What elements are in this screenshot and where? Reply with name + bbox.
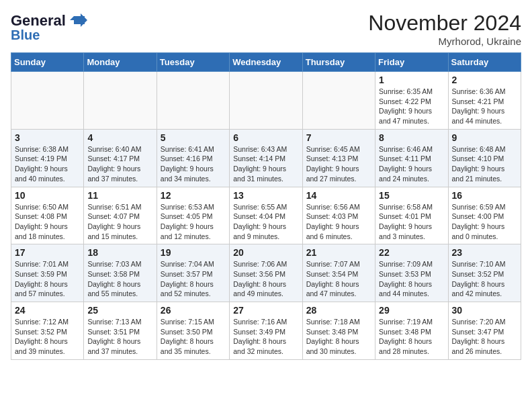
logo: General Blue [11, 11, 87, 42]
title-block: November 2024 Myrhorod, Ukraine [368, 11, 521, 47]
calendar-cell: 23Sunrise: 7:10 AMSunset: 3:52 PMDayligh… [448, 244, 521, 302]
day-info: Sunrise: 6:36 AMSunset: 4:21 PMDaylight:… [452, 87, 517, 126]
month-title: November 2024 [368, 11, 521, 36]
day-info: Sunrise: 6:58 AMSunset: 4:01 PMDaylight:… [379, 202, 444, 242]
day-number: 5 [161, 132, 226, 143]
day-info: Sunrise: 6:35 AMSunset: 4:22 PMDaylight:… [379, 87, 444, 126]
day-number: 12 [161, 190, 226, 201]
day-number: 13 [233, 190, 298, 201]
day-info: Sunrise: 7:07 AMSunset: 3:54 PMDaylight:… [306, 259, 371, 299]
calendar-cell: 14Sunrise: 6:56 AMSunset: 4:03 PMDayligh… [302, 187, 375, 244]
location: Myrhorod, Ukraine [368, 36, 521, 47]
calendar-cell: 7Sunrise: 6:45 AMSunset: 4:13 PMDaylight… [302, 129, 375, 187]
column-header-tuesday: Tuesday [157, 53, 229, 72]
day-number: 15 [379, 190, 444, 201]
day-number: 2 [452, 75, 517, 85]
day-info: Sunrise: 6:38 AMSunset: 4:19 PMDaylight:… [15, 144, 80, 184]
calendar-cell: 9Sunrise: 6:48 AMSunset: 4:10 PMDaylight… [448, 129, 521, 187]
day-number: 30 [452, 305, 517, 316]
day-info: Sunrise: 7:13 AMSunset: 3:51 PMDaylight:… [87, 317, 152, 357]
day-info: Sunrise: 7:10 AMSunset: 3:52 PMDaylight:… [452, 259, 517, 299]
calendar-cell: 27Sunrise: 7:16 AMSunset: 3:49 PMDayligh… [230, 302, 302, 360]
column-header-sunday: Sunday [11, 53, 84, 72]
page-header: General Blue November 2024 Myrhorod, Ukr… [11, 11, 521, 47]
day-info: Sunrise: 6:48 AMSunset: 4:10 PMDaylight:… [452, 144, 517, 184]
calendar-cell: 13Sunrise: 6:55 AMSunset: 4:04 PMDayligh… [230, 187, 302, 244]
day-number: 24 [15, 305, 80, 316]
calendar-header-row: SundayMondayTuesdayWednesdayThursdayFrid… [11, 53, 521, 72]
day-number: 27 [233, 305, 298, 316]
calendar-week-row: 24Sunrise: 7:12 AMSunset: 3:52 PMDayligh… [11, 302, 521, 360]
day-info: Sunrise: 7:01 AMSunset: 3:59 PMDaylight:… [15, 259, 80, 299]
calendar-cell [230, 72, 302, 130]
column-header-saturday: Saturday [448, 53, 521, 72]
calendar-cell: 10Sunrise: 6:50 AMSunset: 4:08 PMDayligh… [11, 187, 84, 244]
day-info: Sunrise: 7:15 AMSunset: 3:50 PMDaylight:… [161, 317, 226, 357]
day-info: Sunrise: 7:20 AMSunset: 3:47 PMDaylight:… [452, 317, 517, 357]
calendar-week-row: 3Sunrise: 6:38 AMSunset: 4:19 PMDaylight… [11, 129, 521, 187]
day-number: 6 [233, 132, 298, 143]
calendar-cell: 3Sunrise: 6:38 AMSunset: 4:19 PMDaylight… [11, 129, 84, 187]
day-number: 28 [306, 305, 371, 316]
day-info: Sunrise: 6:46 AMSunset: 4:11 PMDaylight:… [379, 144, 444, 184]
calendar-cell [302, 72, 375, 130]
day-number: 29 [379, 305, 444, 316]
calendar-cell: 26Sunrise: 7:15 AMSunset: 3:50 PMDayligh… [157, 302, 229, 360]
day-info: Sunrise: 6:50 AMSunset: 4:08 PMDaylight:… [15, 202, 80, 242]
day-number: 9 [452, 132, 517, 143]
day-number: 23 [452, 247, 517, 258]
logo-blue-text: Blue [11, 28, 40, 42]
day-number: 3 [15, 132, 80, 143]
calendar-cell: 4Sunrise: 6:40 AMSunset: 4:17 PMDaylight… [84, 129, 157, 187]
day-number: 1 [379, 75, 444, 85]
day-info: Sunrise: 6:45 AMSunset: 4:13 PMDaylight:… [306, 144, 371, 184]
day-info: Sunrise: 7:12 AMSunset: 3:52 PMDaylight:… [15, 317, 80, 357]
day-info: Sunrise: 7:16 AMSunset: 3:49 PMDaylight:… [233, 317, 298, 357]
day-info: Sunrise: 7:18 AMSunset: 3:48 PMDaylight:… [306, 317, 371, 357]
day-number: 19 [161, 247, 226, 258]
calendar-cell: 16Sunrise: 6:59 AMSunset: 4:00 PMDayligh… [448, 187, 521, 244]
day-info: Sunrise: 7:19 AMSunset: 3:48 PMDaylight:… [379, 317, 444, 357]
calendar-cell: 18Sunrise: 7:03 AMSunset: 3:58 PMDayligh… [84, 244, 157, 302]
day-info: Sunrise: 6:41 AMSunset: 4:16 PMDaylight:… [161, 144, 226, 184]
calendar-cell [84, 72, 157, 130]
day-info: Sunrise: 6:43 AMSunset: 4:14 PMDaylight:… [233, 144, 298, 184]
day-number: 26 [161, 305, 226, 316]
logo-icon [67, 11, 87, 31]
day-number: 16 [452, 190, 517, 201]
day-info: Sunrise: 6:55 AMSunset: 4:04 PMDaylight:… [233, 202, 298, 242]
calendar-cell: 17Sunrise: 7:01 AMSunset: 3:59 PMDayligh… [11, 244, 84, 302]
calendar-cell: 22Sunrise: 7:09 AMSunset: 3:53 PMDayligh… [375, 244, 448, 302]
calendar-cell: 6Sunrise: 6:43 AMSunset: 4:14 PMDaylight… [230, 129, 302, 187]
calendar-week-row: 10Sunrise: 6:50 AMSunset: 4:08 PMDayligh… [11, 187, 521, 244]
calendar-cell: 29Sunrise: 7:19 AMSunset: 3:48 PMDayligh… [375, 302, 448, 360]
calendar-cell: 1Sunrise: 6:35 AMSunset: 4:22 PMDaylight… [375, 72, 448, 130]
day-info: Sunrise: 7:03 AMSunset: 3:58 PMDaylight:… [87, 259, 152, 299]
calendar-cell: 21Sunrise: 7:07 AMSunset: 3:54 PMDayligh… [302, 244, 375, 302]
day-number: 7 [306, 132, 371, 143]
day-number: 11 [87, 190, 152, 201]
day-number: 8 [379, 132, 444, 143]
calendar-cell [11, 72, 84, 130]
day-info: Sunrise: 7:09 AMSunset: 3:53 PMDaylight:… [379, 259, 444, 299]
calendar-cell: 5Sunrise: 6:41 AMSunset: 4:16 PMDaylight… [157, 129, 229, 187]
day-info: Sunrise: 6:53 AMSunset: 4:05 PMDaylight:… [161, 202, 226, 242]
day-number: 18 [87, 247, 152, 258]
day-number: 25 [87, 305, 152, 316]
calendar-cell: 11Sunrise: 6:51 AMSunset: 4:07 PMDayligh… [84, 187, 157, 244]
day-info: Sunrise: 6:59 AMSunset: 4:00 PMDaylight:… [452, 202, 517, 242]
column-header-wednesday: Wednesday [230, 53, 302, 72]
day-number: 4 [87, 132, 152, 143]
svg-marker-1 [81, 13, 87, 27]
calendar-cell: 2Sunrise: 6:36 AMSunset: 4:21 PMDaylight… [448, 72, 521, 130]
day-info: Sunrise: 7:04 AMSunset: 3:57 PMDaylight:… [161, 259, 226, 299]
calendar-cell [157, 72, 229, 130]
calendar-cell: 28Sunrise: 7:18 AMSunset: 3:48 PMDayligh… [302, 302, 375, 360]
column-header-friday: Friday [375, 53, 448, 72]
day-info: Sunrise: 7:06 AMSunset: 3:56 PMDaylight:… [233, 259, 298, 299]
calendar-week-row: 1Sunrise: 6:35 AMSunset: 4:22 PMDaylight… [11, 72, 521, 130]
day-number: 20 [233, 247, 298, 258]
day-number: 22 [379, 247, 444, 258]
calendar-cell: 20Sunrise: 7:06 AMSunset: 3:56 PMDayligh… [230, 244, 302, 302]
calendar-week-row: 17Sunrise: 7:01 AMSunset: 3:59 PMDayligh… [11, 244, 521, 302]
